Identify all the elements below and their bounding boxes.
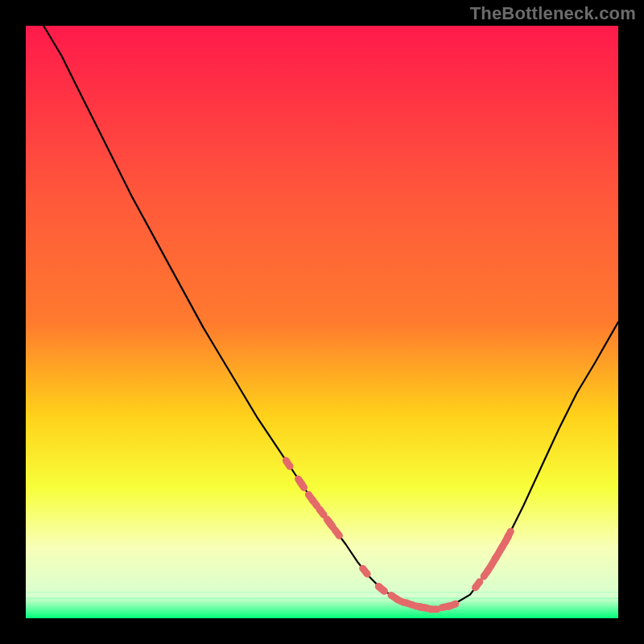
bottleneck-curve-chart [26, 26, 618, 618]
svg-point-61 [427, 605, 434, 613]
svg-rect-1 [26, 592, 618, 593]
svg-rect-2 [26, 597, 618, 599]
plot-area [26, 26, 618, 618]
chart-frame: TheBottleneck.com [0, 0, 644, 644]
watermark-text: TheBottleneck.com [470, 3, 636, 24]
svg-rect-0 [26, 26, 618, 618]
